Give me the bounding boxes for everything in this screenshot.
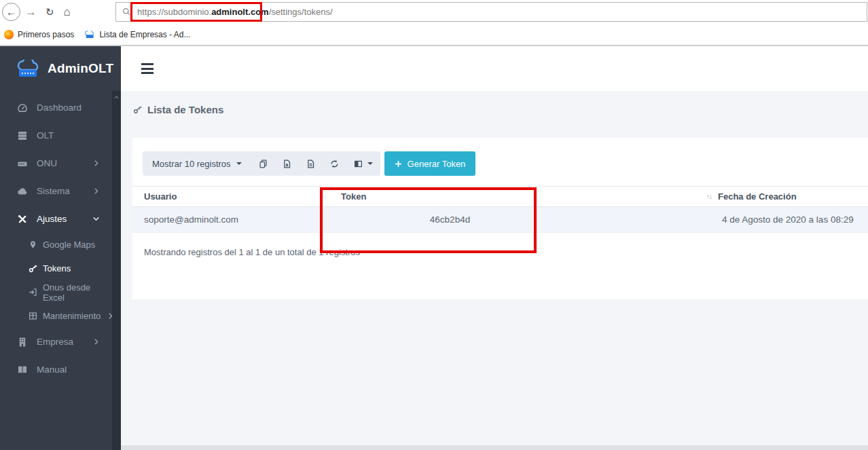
- sidebar: AdminOLT Dashboard OLT ONU: [0, 46, 121, 450]
- cell-fecha: 4 de Agosto de 2020 a las 08:29: [567, 214, 868, 225]
- sidebar-item-label: Tokens: [43, 263, 71, 274]
- sort-icon: ↑↓: [321, 193, 326, 200]
- server-icon: [17, 130, 28, 141]
- table-toolbar: Mostrar 10 registros: [143, 138, 858, 176]
- export-excel-button[interactable]: [275, 151, 299, 176]
- forward-icon: →: [25, 5, 37, 19]
- sidebar-item-mantenimiento[interactable]: Mantenimiento: [0, 304, 112, 328]
- url-path: /settings/tokens/: [269, 7, 333, 17]
- chevron-right-icon: [92, 337, 101, 346]
- content: Lista de Tokens Mostrar 10 registros: [121, 91, 868, 450]
- sidebar-item-onus-desde-excel[interactable]: Onus desde Excel: [0, 280, 112, 304]
- sidebar-item-label: OLT: [37, 130, 54, 140]
- url-bar[interactable]: https://subdominio.adminolt.com/settings…: [115, 2, 867, 22]
- chevron-down-icon: [92, 214, 101, 223]
- page-length-dropdown[interactable]: Mostrar 10 registros: [143, 151, 251, 176]
- sort-icon: ↑↓: [706, 193, 712, 200]
- book-icon: [17, 364, 28, 375]
- table-header-row: Usuario ↑↓ Token ↑↓ Fecha de Creación: [132, 186, 868, 207]
- tools-icon: [17, 214, 28, 225]
- caret-down-icon: [367, 162, 373, 165]
- tokens-card: Mostrar 10 registros: [132, 138, 868, 299]
- sidebar-item-google-maps[interactable]: Google Maps: [0, 233, 112, 257]
- cell-token: 46cb2b4d: [333, 214, 567, 225]
- screen: ← → ↻ ⌂ https://subdominio.adminolt.com/…: [0, 0, 868, 450]
- table-icon: [29, 312, 37, 320]
- sidebar-item-label: Manual: [37, 364, 67, 375]
- sidebar-item-tokens[interactable]: Tokens: [0, 257, 112, 280]
- sidebar-item-label: Onus desde Excel: [43, 282, 112, 303]
- copy-button[interactable]: [251, 151, 275, 176]
- building-icon: [17, 337, 28, 348]
- sidebar-item-onu[interactable]: ONU: [0, 149, 112, 177]
- reload-button[interactable]: ↻: [46, 6, 54, 18]
- generate-token-button[interactable]: Generar Token: [384, 151, 476, 176]
- hamburger-menu-icon[interactable]: [141, 63, 153, 77]
- caret-down-icon: [236, 162, 242, 165]
- plus-icon: [395, 160, 402, 168]
- key-icon: [29, 264, 37, 273]
- refresh-button[interactable]: [323, 151, 346, 176]
- page-title: Lista de Tokens: [133, 104, 868, 115]
- back-icon: ←: [6, 6, 16, 18]
- columns-icon: [354, 160, 363, 168]
- adminolt-app: AdminOLT Dashboard OLT ONU: [0, 46, 868, 450]
- bookmark-lista-de-empresas[interactable]: Lista de Empresas - Ad...: [85, 30, 190, 39]
- forward-button[interactable]: →: [25, 5, 37, 19]
- bookmark-label: Lista de Empresas - Ad...: [99, 30, 190, 39]
- column-label: Usuario: [144, 191, 177, 202]
- sidebar-item-label: Google Maps: [43, 240, 95, 250]
- sidebar-item-label: ONU: [37, 158, 57, 168]
- column-header-token[interactable]: Token: [333, 191, 567, 202]
- export-file-button[interactable]: [299, 151, 323, 176]
- adminolt-logo-icon: [17, 60, 41, 78]
- sidebar-menu: Dashboard OLT ONU Sistema: [0, 91, 121, 383]
- chevron-right-icon: [92, 159, 101, 168]
- table-info: Mostrando registros del 1 al 1 de un tot…: [144, 247, 868, 257]
- home-icon: ⌂: [64, 5, 71, 19]
- reload-icon: ↻: [46, 6, 54, 18]
- home-button[interactable]: ⌂: [64, 5, 71, 19]
- sidebar-item-ajustes[interactable]: Ajustes: [0, 205, 112, 233]
- cell-usuario: soporte@adminolt.com: [132, 214, 333, 225]
- column-header-usuario[interactable]: Usuario ↑↓: [132, 191, 333, 202]
- back-button[interactable]: ←: [2, 3, 20, 21]
- sidebar-item-dashboard[interactable]: Dashboard: [0, 94, 112, 121]
- sidebar-item-olt[interactable]: OLT: [0, 121, 112, 149]
- bookmarks-bar: Primeros pasos Lista de Empresas - Ad...: [0, 24, 868, 46]
- logo-text: AdminOLT: [48, 61, 113, 76]
- column-header-fecha[interactable]: ↑↓ Fecha de Creación: [567, 191, 868, 202]
- page-length-label: Mostrar 10 registros: [152, 159, 231, 169]
- file-excel-icon: [283, 160, 291, 168]
- chevron-right-icon: [92, 187, 101, 195]
- map-marker-icon: [29, 240, 37, 249]
- url-subdomain: https://subdominio.: [137, 7, 211, 17]
- url-domain: adminolt.com: [211, 7, 269, 17]
- table-row[interactable]: soporte@adminolt.com 46cb2b4d 4 de Agost…: [132, 207, 868, 233]
- sidebar-item-sistema[interactable]: Sistema: [0, 177, 112, 205]
- cloud-icon: [17, 186, 28, 197]
- app-header: [121, 46, 868, 91]
- search-icon: [122, 7, 131, 16]
- adminolt-favicon: [85, 31, 95, 39]
- sidebar-item-manual[interactable]: Manual: [0, 356, 112, 383]
- sidebar-item-label: Dashboard: [37, 102, 82, 113]
- column-visibility-button[interactable]: [346, 151, 380, 176]
- token-value: 46cb2b4d: [430, 214, 470, 225]
- sidebar-scrollbar[interactable]: [112, 91, 121, 450]
- logo[interactable]: AdminOLT: [0, 46, 121, 91]
- column-label: Token: [341, 191, 366, 202]
- column-label: Fecha de Creación: [718, 191, 797, 202]
- generate-token-label: Generar Token: [408, 159, 466, 169]
- bookmark-label: Primeros pasos: [18, 30, 74, 39]
- sidebar-item-label: Ajustes: [37, 214, 67, 224]
- browser-toolbar: ← → ↻ ⌂ https://subdominio.adminolt.com/…: [0, 0, 868, 24]
- sidebar-item-empresa[interactable]: Empresa: [0, 328, 112, 356]
- copy-icon: [259, 160, 268, 168]
- fecha-value: 4 de Agosto de 2020 a las 08:29: [722, 214, 854, 225]
- import-icon: [29, 288, 37, 297]
- toolbar-button-group: Mostrar 10 registros: [143, 151, 380, 176]
- bookmark-primeros-pasos[interactable]: Primeros pasos: [4, 30, 74, 39]
- url-text: https://subdominio.adminolt.com/settings…: [137, 7, 333, 17]
- bottom-scrollbar-band[interactable]: [121, 445, 868, 450]
